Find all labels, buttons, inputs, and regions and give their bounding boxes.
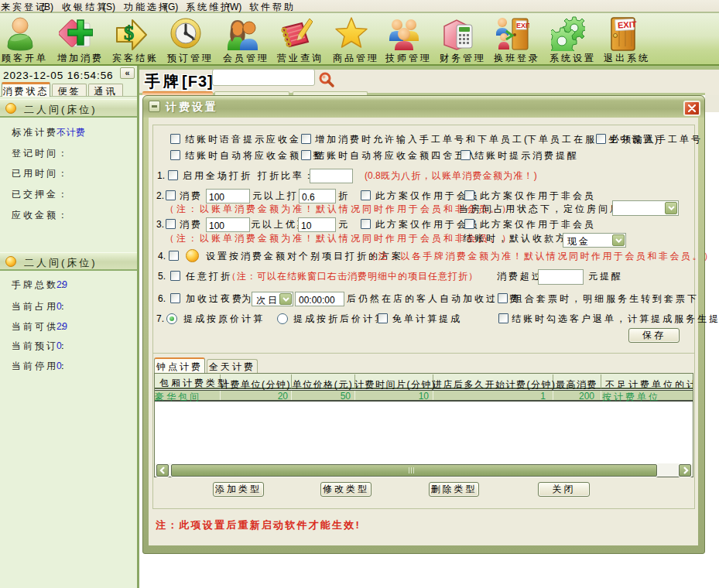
svg-text:$: $ [124, 22, 134, 44]
svg-text:EXIT: EXIT [516, 22, 529, 29]
svg-text:EXIT: EXIT [618, 19, 637, 29]
